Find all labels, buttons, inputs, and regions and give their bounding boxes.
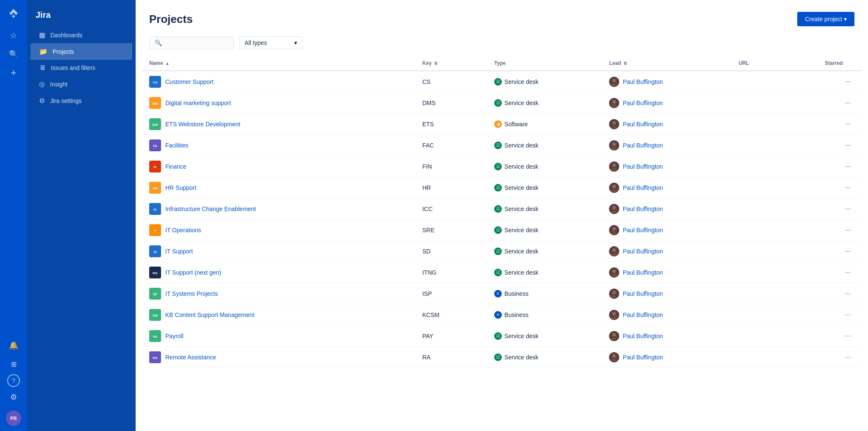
project-name-link[interactable]: Finance (165, 163, 186, 170)
sidebar-item-insight[interactable]: ◎ Insight (31, 76, 132, 92)
more-options-button[interactable]: ··· (841, 75, 854, 88)
jira-logo-icon[interactable] (5, 5, 22, 22)
lead-name[interactable]: Paul Buffington (623, 333, 663, 339)
more-options-button[interactable]: ··· (841, 309, 854, 321)
lead-name[interactable]: Paul Buffington (623, 163, 663, 170)
lead-name[interactable]: Paul Buffington (623, 100, 663, 106)
project-name-link[interactable]: HR Support (165, 184, 196, 191)
search-icon[interactable]: 🔍 (5, 46, 22, 63)
lead-cell: Paul Buffington (609, 352, 725, 362)
project-key: CS (415, 71, 487, 92)
lead-name[interactable]: Paul Buffington (623, 354, 663, 361)
lead-name[interactable]: Paul Buffington (623, 142, 663, 149)
notifications-icon[interactable]: 🔔 (5, 337, 22, 354)
project-name-link[interactable]: Facilities (165, 142, 188, 149)
starred-icon[interactable]: ☆ (5, 27, 22, 44)
col-header-lead[interactable]: Lead ⇅ (602, 56, 732, 71)
project-name-link[interactable]: Customer Support (165, 78, 214, 85)
svg-point-33 (612, 206, 616, 209)
more-options-button[interactable]: ··· (841, 118, 854, 130)
lead-cell: Paul Buffington (609, 331, 725, 341)
sidebar-item-issues-filters[interactable]: 🖥 Issues and filters (31, 60, 132, 76)
sidebar-item-dashboards-label: Dashboards (50, 32, 83, 39)
insight-icon: ◎ (39, 80, 45, 88)
table-row: SP IT Systems Projects ISP ≡ Business (142, 283, 861, 304)
project-name-link[interactable]: IT Operations (165, 227, 201, 234)
type-filter-dropdown[interactable]: All types ▾ (239, 36, 303, 49)
table-row: HR HR Support HR ☑ Service desk (142, 177, 861, 198)
lead-avatar (609, 331, 619, 341)
search-input[interactable] (165, 39, 228, 46)
create-icon[interactable]: + (5, 64, 22, 81)
avatar[interactable]: PB (6, 411, 21, 426)
svg-point-8 (612, 100, 616, 103)
lead-name[interactable]: Paul Buffington (623, 78, 663, 85)
project-name-link[interactable]: Digital marketing support (165, 100, 231, 106)
project-name-cell: SP IT Systems Projects (149, 288, 409, 300)
sidebar-item-projects[interactable]: 📁 Projects (31, 43, 132, 60)
project-name-link[interactable]: Payroll (165, 333, 184, 339)
more-options-button[interactable]: ··· (841, 224, 854, 236)
project-type: ☑ Service desk (494, 353, 595, 361)
page-header: Projects Create project ▾ (136, 0, 868, 33)
more-options-button[interactable]: ··· (841, 97, 854, 109)
svg-text:SP: SP (153, 292, 158, 296)
search-box[interactable]: 🔍 (149, 36, 234, 49)
create-project-button[interactable]: Create project ▾ (797, 12, 854, 26)
more-options-button[interactable]: ··· (841, 181, 854, 194)
project-type: ≡ Business (494, 290, 595, 298)
table-row: FI Finance FIN ☑ Service desk (142, 156, 861, 177)
lead-name[interactable]: Paul Buffington (623, 184, 663, 191)
more-options-button[interactable]: ··· (841, 139, 854, 151)
svg-text:IC: IC (153, 208, 157, 211)
lead-name[interactable]: Paul Buffington (623, 227, 663, 234)
project-name-link[interactable]: IT Systems Projects (165, 290, 218, 297)
project-name-cell: PA Payroll (149, 330, 409, 342)
table-row: FA Facilities FAC ☑ Service desk (142, 135, 861, 156)
svg-point-18 (612, 142, 616, 146)
project-name-link[interactable]: Remote Assistance (165, 354, 216, 361)
lead-name[interactable]: Paul Buffington (623, 121, 663, 128)
help-icon[interactable]: ? (7, 374, 20, 387)
more-options-button[interactable]: ··· (841, 160, 854, 172)
more-options-button[interactable]: ··· (841, 245, 854, 257)
project-name-cell: DM Digital marketing support (149, 97, 409, 109)
sidebar-item-jira-settings[interactable]: ⚙ Jira settings (31, 92, 132, 109)
type-dot-icon: ☑ (494, 184, 502, 192)
table-row: IS IT Support SD ☑ Service desk (142, 241, 861, 262)
more-options-button[interactable]: ··· (841, 287, 854, 300)
table-row: RA Remote Assistance RA ☑ Service desk (142, 347, 861, 368)
svg-point-68 (612, 354, 616, 358)
sidebar-item-settings-label: Jira settings (50, 97, 82, 104)
lead-name[interactable]: Paul Buffington (623, 311, 663, 318)
project-name-cell: EW ETS Webstore Development (149, 118, 409, 130)
lead-sort-icon: ⇅ (623, 61, 627, 66)
project-url (732, 220, 818, 241)
project-name-link[interactable]: Infrastructure Change Enablement (165, 206, 256, 212)
lead-avatar (609, 140, 619, 150)
settings-icon[interactable]: ⚙ (5, 389, 22, 406)
project-name-link[interactable]: IT Support (165, 248, 193, 255)
more-options-button[interactable]: ··· (841, 203, 854, 215)
sidebar-item-dashboards[interactable]: ▦ Dashboards (31, 27, 132, 43)
col-header-name[interactable]: Name ▲ (142, 56, 415, 71)
more-options-button[interactable]: ··· (841, 266, 854, 278)
lead-name[interactable]: Paul Buffington (623, 248, 663, 255)
apps-icon[interactable]: ⊞ (5, 356, 22, 373)
lead-avatar (609, 119, 619, 129)
svg-text:IT: IT (153, 229, 156, 233)
sidebar-item-projects-label: Projects (53, 48, 74, 55)
project-name-link[interactable]: ETS Webstore Development (165, 121, 240, 128)
more-options-button[interactable]: ··· (841, 330, 854, 342)
lead-avatar (609, 352, 619, 362)
main-content: Projects Create project ▾ 🔍 All types ▾ … (136, 0, 868, 431)
lead-name[interactable]: Paul Buffington (623, 269, 663, 276)
svg-point-38 (612, 227, 616, 231)
more-options-button[interactable]: ··· (841, 351, 854, 363)
project-name-link[interactable]: IT Support (next gen) (165, 269, 221, 276)
col-header-key[interactable]: Key ⇅ (415, 56, 487, 71)
lead-name[interactable]: Paul Buffington (623, 206, 663, 212)
lead-name[interactable]: Paul Buffington (623, 290, 663, 297)
col-header-starred: Starred (818, 56, 861, 71)
project-name-link[interactable]: KB Content Support Management (165, 311, 254, 318)
